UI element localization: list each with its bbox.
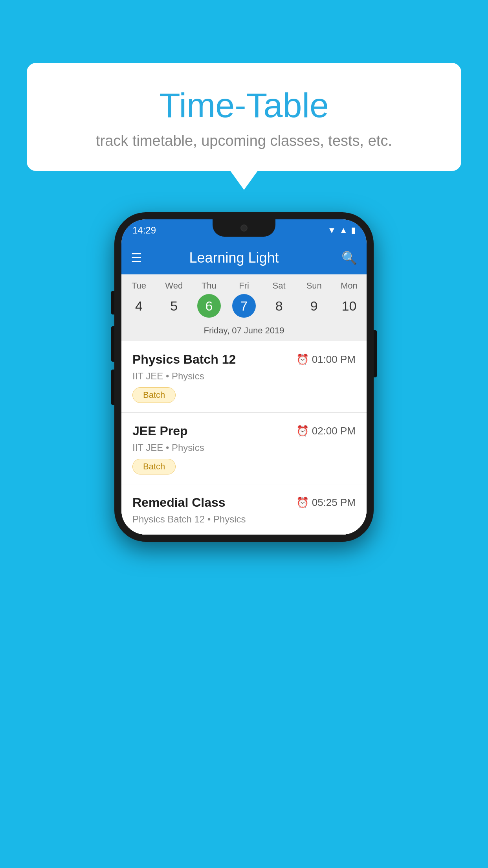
app-title: Learning Light [150, 250, 318, 266]
day-num-9[interactable]: 9 [297, 294, 332, 318]
schedule-item-1-title: Physics Batch 12 [132, 352, 236, 367]
schedule-item-2-subject: IIT JEE • Physics [132, 442, 356, 453]
phone-outer: 14:29 ▼ ▲ ▮ ☰ Learning Light 🔍 Tue Wed T… [114, 212, 374, 542]
search-icon[interactable]: 🔍 [341, 250, 357, 265]
day-tue: Tue [121, 281, 156, 291]
phone-mockup: 14:29 ▼ ▲ ▮ ☰ Learning Light 🔍 Tue Wed T… [114, 212, 374, 542]
day-fri: Fri [226, 281, 261, 291]
batch-badge-1: Batch [132, 387, 176, 403]
menu-icon[interactable]: ☰ [131, 250, 142, 265]
schedule-item-1-time: ⏰ 01:00 PM [296, 353, 356, 366]
clock-icon-3: ⏰ [296, 497, 309, 509]
phone-button-power [374, 330, 377, 377]
phone-button-volume-down [111, 326, 114, 362]
speech-bubble-container: Time-Table track timetable, upcoming cla… [27, 63, 461, 171]
day-mon: Mon [332, 281, 367, 291]
schedule-item-3-header: Remedial Class ⏰ 05:25 PM [132, 495, 356, 510]
bubble-title: Time-Table [42, 86, 446, 125]
calendar-strip: Tue Wed Thu Fri Sat Sun Mon 4 5 6 7 8 9 … [121, 274, 367, 341]
day-sun: Sun [297, 281, 332, 291]
phone-screen: 14:29 ▼ ▲ ▮ ☰ Learning Light 🔍 Tue Wed T… [121, 219, 367, 535]
speech-bubble: Time-Table track timetable, upcoming cla… [27, 63, 461, 171]
bubble-subtitle: track timetable, upcoming classes, tests… [42, 132, 446, 149]
day-num-8[interactable]: 8 [262, 294, 297, 318]
schedule-item-2-time-text: 02:00 PM [312, 425, 356, 437]
schedule-item-3-time-text: 05:25 PM [312, 497, 356, 509]
schedule-item-1-subject: IIT JEE • Physics [132, 371, 356, 382]
schedule-item-1-header: Physics Batch 12 ⏰ 01:00 PM [132, 352, 356, 367]
phone-notch [213, 219, 275, 237]
day-numbers: 4 5 6 7 8 9 10 [121, 292, 367, 322]
day-wed: Wed [156, 281, 191, 291]
status-icons: ▼ ▲ ▮ [327, 225, 356, 235]
schedule-item-3-title: Remedial Class [132, 495, 226, 510]
signal-icon: ▲ [339, 225, 348, 235]
day-num-10[interactable]: 10 [332, 294, 367, 318]
schedule-list: Physics Batch 12 ⏰ 01:00 PM IIT JEE • Ph… [121, 341, 367, 535]
clock-icon-1: ⏰ [296, 353, 309, 366]
battery-icon: ▮ [351, 225, 356, 235]
schedule-item-3-time: ⏰ 05:25 PM [296, 497, 356, 509]
day-headers: Tue Wed Thu Fri Sat Sun Mon [121, 274, 367, 292]
selected-date-label: Friday, 07 June 2019 [121, 322, 367, 341]
status-time: 14:29 [132, 225, 156, 236]
schedule-item-2-title: JEE Prep [132, 424, 188, 438]
clock-icon-2: ⏰ [296, 425, 309, 437]
batch-badge-2: Batch [132, 459, 176, 474]
schedule-item-2[interactable]: JEE Prep ⏰ 02:00 PM IIT JEE • Physics Ba… [121, 413, 367, 484]
schedule-item-3-subject: Physics Batch 12 • Physics [132, 514, 356, 525]
phone-button-volume-up [111, 291, 114, 314]
schedule-item-3[interactable]: Remedial Class ⏰ 05:25 PM Physics Batch … [121, 484, 367, 535]
schedule-item-1-time-text: 01:00 PM [312, 353, 356, 366]
schedule-item-2-header: JEE Prep ⏰ 02:00 PM [132, 424, 356, 438]
day-num-7[interactable]: 7 [226, 294, 261, 318]
day-sat: Sat [262, 281, 297, 291]
day-num-5[interactable]: 5 [156, 294, 191, 318]
schedule-item-1[interactable]: Physics Batch 12 ⏰ 01:00 PM IIT JEE • Ph… [121, 341, 367, 413]
schedule-item-2-time: ⏰ 02:00 PM [296, 425, 356, 437]
day-num-4[interactable]: 4 [121, 294, 156, 318]
phone-camera [240, 224, 248, 232]
day-thu: Thu [191, 281, 226, 291]
day-num-6[interactable]: 6 [191, 294, 226, 318]
phone-button-volume-down2 [111, 370, 114, 405]
wifi-icon: ▼ [327, 225, 336, 235]
app-bar: ☰ Learning Light 🔍 [121, 241, 367, 274]
